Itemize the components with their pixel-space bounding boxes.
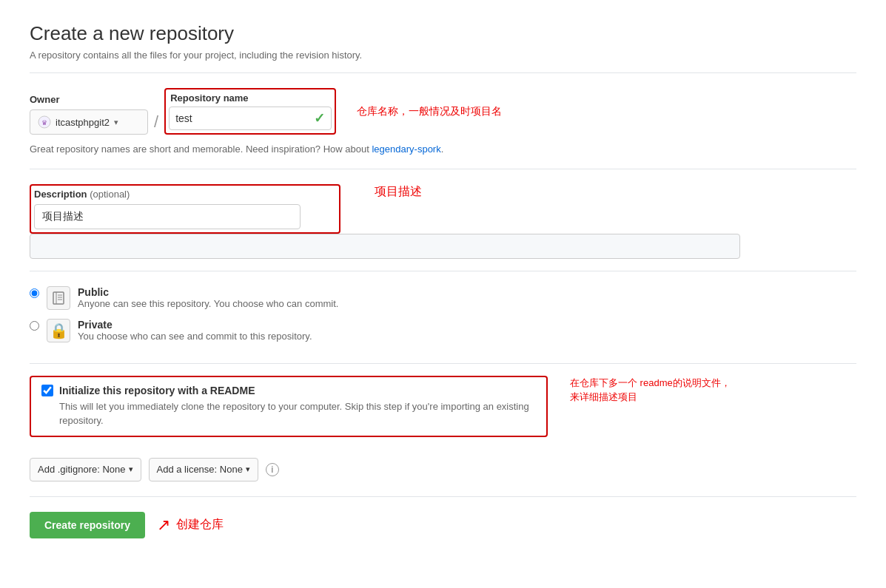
repo-name-input[interactable]	[175, 112, 314, 124]
svg-text:♛: ♛	[41, 119, 47, 126]
readme-annotation: 在仓库下多一个 readme的说明文件，来详细描述项目	[570, 376, 733, 405]
gitignore-caret-icon: ▾	[129, 464, 133, 474]
readme-row-wrapper: Initialize this repository with a README…	[30, 376, 856, 447]
owner-repo-row: Owner ♛ itcastphpgit2 ▾ / Repository nam…	[30, 88, 856, 135]
owner-caret-icon: ▾	[114, 118, 118, 127]
description-box: Description (optional)	[30, 184, 340, 234]
repo-name-box: Repository name ✓	[164, 88, 336, 135]
license-dropdown[interactable]: Add a license: None ▾	[149, 458, 258, 481]
hint-suggestion-link[interactable]: legendary-spork	[372, 143, 440, 155]
repo-name-annotation: 仓库名称，一般情况及时项目名	[357, 105, 502, 118]
divider-description	[30, 169, 856, 169]
lock-icon: 🔒	[50, 322, 68, 339]
hint-text: Great repository names are short and mem…	[30, 142, 856, 157]
private-desc: You choose who can see and commit to thi…	[78, 331, 312, 342]
repo-name-label: Repository name	[169, 92, 332, 107]
description-section: Description (optional) 项目描述	[30, 184, 856, 259]
public-icon	[47, 286, 70, 310]
public-label: Public	[78, 286, 338, 298]
desc-optional-text: (optional)	[90, 189, 130, 200]
readme-checkbox[interactable]	[41, 385, 53, 396]
divider-visibility	[30, 271, 856, 271]
license-label: Add a license: None	[157, 464, 243, 475]
readme-section: Initialize this repository with a README…	[30, 376, 548, 437]
svg-rect-2	[53, 292, 64, 304]
public-option: Public Anyone can see this repository. Y…	[30, 286, 856, 310]
public-desc: Anyone can see this repository. You choo…	[78, 298, 338, 309]
gitignore-dropdown[interactable]: Add .gitignore: None ▾	[30, 458, 141, 481]
description-label: Description (optional)	[34, 189, 336, 200]
create-repository-button[interactable]: Create repository	[30, 512, 145, 538]
create-btn-row: Create repository ↗ 创建仓库	[30, 512, 856, 538]
public-radio[interactable]	[30, 288, 39, 298]
dropdowns-row: Add .gitignore: None ▾ Add a license: No…	[30, 458, 856, 497]
description-full-input[interactable]	[30, 234, 740, 259]
hint-text-after: .	[441, 143, 444, 155]
divider-top	[30, 72, 856, 73]
private-radio[interactable]	[30, 321, 39, 331]
visibility-section: Public Anyone can see this repository. Y…	[30, 286, 856, 364]
description-input[interactable]	[34, 204, 301, 229]
page-subtitle: A repository contains all the files for …	[30, 50, 856, 61]
info-icon[interactable]: i	[266, 463, 279, 476]
readme-desc: This will let you immediately clone the …	[59, 399, 536, 428]
owner-avatar-icon: ♛	[38, 115, 51, 129]
description-annotation: 项目描述	[375, 184, 422, 200]
readme-label[interactable]: Initialize this repository with a README	[59, 385, 255, 396]
owner-field-group: Owner ♛ itcastphpgit2 ▾	[30, 94, 148, 135]
page-title: Create a new repository	[30, 22, 856, 45]
create-annotation: 创建仓库	[176, 517, 224, 533]
separator-slash: /	[154, 112, 158, 135]
owner-dropdown[interactable]: ♛ itcastphpgit2 ▾	[30, 109, 148, 135]
license-caret-icon: ▾	[246, 464, 250, 474]
public-text-group: Public Anyone can see this repository. Y…	[78, 286, 338, 309]
arrow-annotation: ↗ 创建仓库	[157, 516, 224, 535]
desc-label-text: Description	[34, 189, 87, 200]
hint-text-before: Great repository names are short and mem…	[30, 143, 372, 155]
red-arrow-icon: ↗	[157, 516, 170, 535]
gitignore-label: Add .gitignore: None	[38, 464, 126, 475]
repo-name-input-wrap: ✓	[169, 107, 332, 130]
owner-value: itcastphpgit2	[56, 117, 110, 128]
readme-checkbox-row: Initialize this repository with a README	[41, 385, 536, 396]
private-label: Private	[78, 319, 312, 331]
private-option: 🔒 Private You choose who can see and com…	[30, 319, 856, 342]
book-icon	[51, 291, 66, 305]
private-icon: 🔒	[47, 319, 70, 342]
private-text-group: Private You choose who can see and commi…	[78, 319, 312, 342]
checkmark-icon: ✓	[314, 110, 325, 126]
owner-label: Owner	[30, 94, 148, 105]
